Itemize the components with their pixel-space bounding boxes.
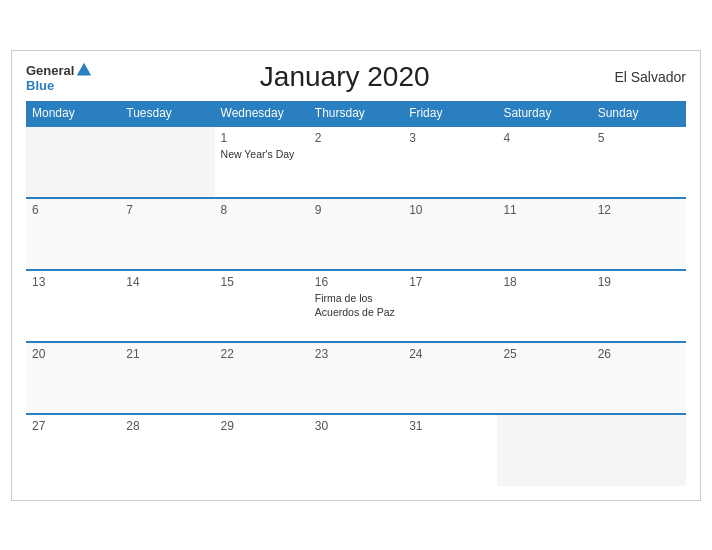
day-number: 24 [409, 347, 491, 361]
day-number: 8 [221, 203, 303, 217]
day-number: 19 [598, 275, 680, 289]
weekday-header: Tuesday [120, 101, 214, 126]
day-number: 16 [315, 275, 397, 289]
logo-general-text: General [26, 64, 74, 77]
calendar-cell [497, 414, 591, 486]
day-number: 3 [409, 131, 491, 145]
calendar-cell [26, 126, 120, 198]
day-number: 10 [409, 203, 491, 217]
calendar-week-row: 1New Year's Day2345 [26, 126, 686, 198]
calendar-week-row: 2728293031 [26, 414, 686, 486]
weekday-header: Monday [26, 101, 120, 126]
day-number: 25 [503, 347, 585, 361]
calendar-cell [120, 126, 214, 198]
calendar-table: MondayTuesdayWednesdayThursdayFridaySatu… [26, 101, 686, 486]
calendar-cell: 27 [26, 414, 120, 486]
day-number: 18 [503, 275, 585, 289]
day-number: 28 [126, 419, 208, 433]
calendar-cell: 28 [120, 414, 214, 486]
calendar-cell: 15 [215, 270, 309, 342]
calendar-cell: 22 [215, 342, 309, 414]
calendar-container: General Blue January 2020 El Salvador Mo… [11, 50, 701, 501]
holiday-text: New Year's Day [221, 148, 295, 160]
calendar-cell: 7 [120, 198, 214, 270]
calendar-cell: 24 [403, 342, 497, 414]
calendar-title: January 2020 [93, 61, 596, 93]
calendar-cell: 17 [403, 270, 497, 342]
calendar-cell: 31 [403, 414, 497, 486]
day-number: 13 [32, 275, 114, 289]
calendar-cell: 11 [497, 198, 591, 270]
calendar-cell: 26 [592, 342, 686, 414]
day-number: 22 [221, 347, 303, 361]
day-number: 14 [126, 275, 208, 289]
calendar-cell: 10 [403, 198, 497, 270]
calendar-cell: 25 [497, 342, 591, 414]
logo: General Blue [26, 61, 93, 92]
day-number: 5 [598, 131, 680, 145]
calendar-cell: 20 [26, 342, 120, 414]
day-number: 23 [315, 347, 397, 361]
day-number: 21 [126, 347, 208, 361]
day-number: 26 [598, 347, 680, 361]
day-number: 4 [503, 131, 585, 145]
calendar-week-row: 6789101112 [26, 198, 686, 270]
calendar-cell: 4 [497, 126, 591, 198]
calendar-cell: 8 [215, 198, 309, 270]
calendar-cell: 9 [309, 198, 403, 270]
day-number: 20 [32, 347, 114, 361]
calendar-cell: 6 [26, 198, 120, 270]
day-number: 7 [126, 203, 208, 217]
day-number: 31 [409, 419, 491, 433]
day-number: 2 [315, 131, 397, 145]
logo-blue-text: Blue [26, 79, 54, 92]
day-number: 15 [221, 275, 303, 289]
weekday-header: Wednesday [215, 101, 309, 126]
calendar-cell: 19 [592, 270, 686, 342]
calendar-cell: 2 [309, 126, 403, 198]
day-number: 17 [409, 275, 491, 289]
day-number: 27 [32, 419, 114, 433]
calendar-cell: 13 [26, 270, 120, 342]
day-number: 29 [221, 419, 303, 433]
weekday-header: Saturday [497, 101, 591, 126]
holiday-text: Firma de los Acuerdos de Paz [315, 292, 395, 319]
calendar-cell: 16Firma de los Acuerdos de Paz [309, 270, 403, 342]
calendar-cell: 29 [215, 414, 309, 486]
weekday-header: Thursday [309, 101, 403, 126]
day-number: 12 [598, 203, 680, 217]
calendar-cell: 21 [120, 342, 214, 414]
day-number: 1 [221, 131, 303, 145]
weekday-header: Sunday [592, 101, 686, 126]
calendar-cell: 1New Year's Day [215, 126, 309, 198]
calendar-cell: 23 [309, 342, 403, 414]
day-number: 6 [32, 203, 114, 217]
calendar-cell: 3 [403, 126, 497, 198]
calendar-cell [592, 414, 686, 486]
day-number: 11 [503, 203, 585, 217]
calendar-cell: 18 [497, 270, 591, 342]
day-number: 30 [315, 419, 397, 433]
calendar-cell: 5 [592, 126, 686, 198]
country-label: El Salvador [596, 69, 686, 85]
logo-icon [75, 61, 93, 79]
calendar-week-row: 20212223242526 [26, 342, 686, 414]
svg-marker-0 [77, 63, 91, 76]
weekday-header: Friday [403, 101, 497, 126]
calendar-cell: 14 [120, 270, 214, 342]
weekday-header-row: MondayTuesdayWednesdayThursdayFridaySatu… [26, 101, 686, 126]
calendar-cell: 30 [309, 414, 403, 486]
calendar-cell: 12 [592, 198, 686, 270]
calendar-header: General Blue January 2020 El Salvador [26, 61, 686, 93]
calendar-week-row: 13141516Firma de los Acuerdos de Paz1718… [26, 270, 686, 342]
day-number: 9 [315, 203, 397, 217]
